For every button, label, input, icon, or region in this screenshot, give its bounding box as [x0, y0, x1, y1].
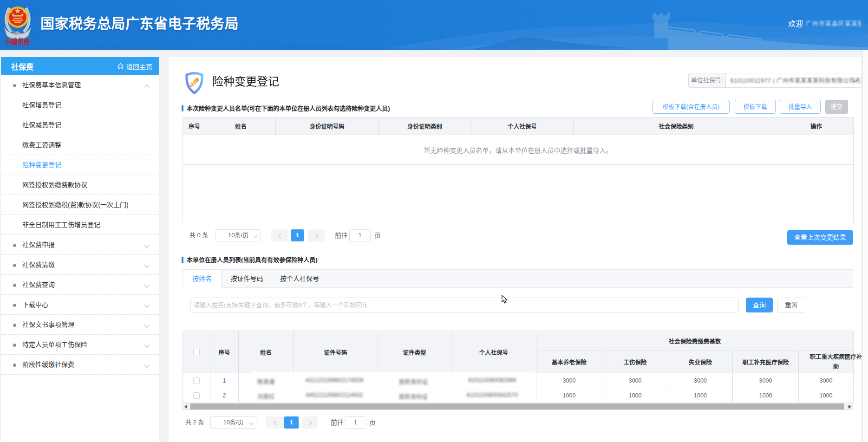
svg-text:中国税务: 中国税务: [5, 38, 30, 46]
svg-text:★: ★: [15, 8, 20, 14]
svg-text:★: ★: [10, 10, 13, 13]
svg-text:★: ★: [23, 10, 26, 13]
